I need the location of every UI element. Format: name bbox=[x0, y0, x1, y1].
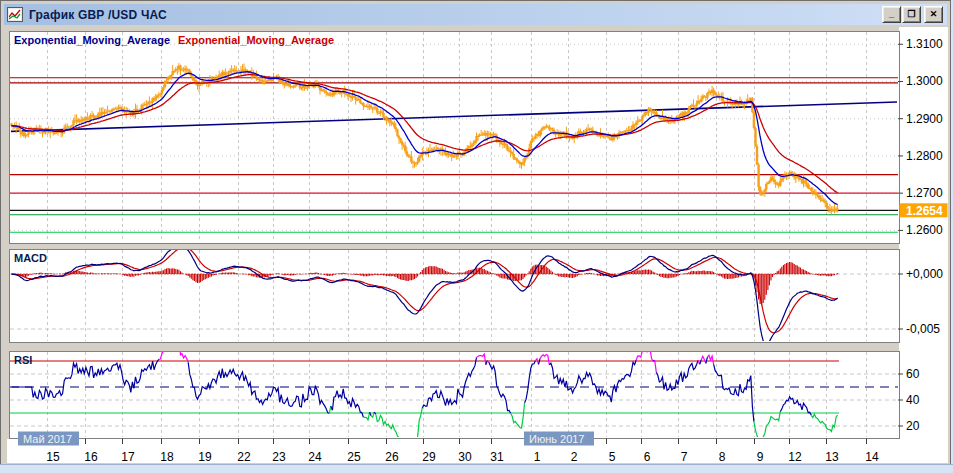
price-axis-label: 1.2600 bbox=[906, 223, 943, 237]
date-axis-label: 22 bbox=[237, 450, 251, 464]
date-axis-label: 26 bbox=[385, 450, 399, 464]
legend-ema-red: Exponential_Moving_Average bbox=[178, 34, 334, 46]
chart-canvas[interactable]: 1.31001.30001.29001.28001.27001.2600+0,0… bbox=[1, 1, 953, 466]
legend-ema-blue: Exponential_Moving_Average bbox=[14, 34, 170, 46]
price-panel[interactable] bbox=[10, 32, 900, 244]
date-axis-label: 30 bbox=[458, 450, 472, 464]
chart-window[interactable]: 1.31001.30001.29001.28001.27001.2600+0,0… bbox=[0, 0, 951, 465]
date-axis-label: 19 bbox=[198, 450, 212, 464]
current-price-label: 1.2654 bbox=[906, 204, 943, 218]
date-axis-label: 29 bbox=[422, 450, 436, 464]
rsi-axis-label: 20 bbox=[906, 419, 920, 433]
macd-axis-label: +0,000 bbox=[906, 267, 943, 281]
date-axis-label: 25 bbox=[347, 450, 361, 464]
date-axis-label: 12 bbox=[788, 450, 802, 464]
date-axis-label: 24 bbox=[308, 450, 322, 464]
rsi-axis-label: 60 bbox=[906, 367, 920, 381]
date-axis-label: 23 bbox=[272, 450, 286, 464]
date-axis-label: 2 bbox=[571, 450, 578, 464]
rsi-panel-label: RSI bbox=[14, 354, 32, 366]
date-axis-label: 8 bbox=[719, 450, 726, 464]
date-axis-label: 6 bbox=[644, 450, 651, 464]
date-axis-label: 9 bbox=[757, 450, 764, 464]
date-axis-label: 1 bbox=[534, 450, 541, 464]
date-axis-label: 16 bbox=[84, 450, 98, 464]
macd-axis-label: -0,005 bbox=[906, 322, 940, 336]
date-axis-label: 5 bbox=[609, 450, 616, 464]
price-axis-label: 1.2900 bbox=[906, 112, 943, 126]
date-axis-label: 14 bbox=[865, 450, 879, 464]
date-axis-label: 31 bbox=[490, 450, 504, 464]
date-axis-label: 15 bbox=[46, 450, 60, 464]
date-axis-label: 7 bbox=[681, 450, 688, 464]
month-label: Май 2017 bbox=[23, 433, 72, 445]
date-axis-label: 18 bbox=[160, 450, 174, 464]
price-axis-label: 1.2700 bbox=[906, 186, 943, 200]
month-label: Июнь 2017 bbox=[529, 433, 585, 445]
date-axis-label: 17 bbox=[121, 450, 135, 464]
price-axis-label: 1.3100 bbox=[906, 37, 943, 51]
rsi-axis-label: 40 bbox=[906, 393, 920, 407]
price-axis-label: 1.2800 bbox=[906, 149, 943, 163]
macd-panel-label: MACD bbox=[14, 252, 47, 264]
mdi-background: 1.31001.30001.29001.28001.27001.2600+0,0… bbox=[0, 0, 953, 473]
date-axis-label: 13 bbox=[825, 450, 839, 464]
price-axis-label: 1.3000 bbox=[906, 74, 943, 88]
